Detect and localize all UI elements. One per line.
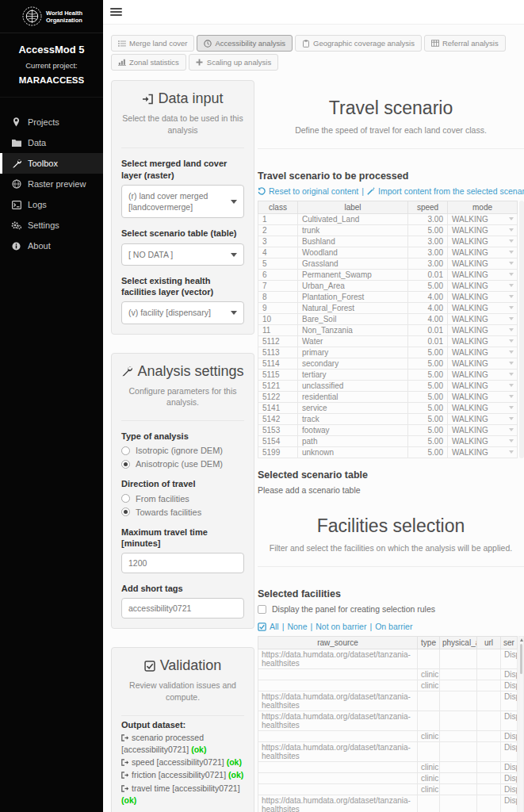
facility-row[interactable]: https://data.humdata.org/dataset/tanzani…: [258, 691, 518, 711]
speed-cell[interactable]: 5.00: [408, 225, 448, 236]
mode-select-cell[interactable]: WALKING: [448, 403, 518, 414]
label-cell[interactable]: path: [298, 436, 408, 447]
speed-cell[interactable]: 3.00: [408, 247, 448, 259]
class-cell[interactable]: 3: [258, 236, 298, 247]
isotropic-radio[interactable]: [121, 446, 130, 455]
label-cell[interactable]: Bare_Soil: [298, 314, 408, 325]
facility-row[interactable]: https://data.humdata.org/dataset/tanzani…: [258, 742, 518, 762]
merged-land-cover-select[interactable]: (r) land cover merged [landcovermerge]: [121, 185, 244, 218]
class-cell[interactable]: 5154: [258, 436, 298, 447]
speed-cell[interactable]: 5.00: [408, 358, 448, 370]
sidebar-item-logs[interactable]: Logs: [0, 194, 103, 215]
mode-select-cell[interactable]: WALKING: [448, 225, 518, 236]
vertical-scrollbar[interactable]: [519, 201, 524, 458]
speed-cell[interactable]: 5.00: [408, 381, 448, 392]
tab-geographic-coverage-analysis[interactable]: Geographic coverage analysis: [295, 35, 422, 52]
class-cell[interactable]: 5: [258, 259, 298, 270]
speed-cell[interactable]: 3.00: [408, 236, 448, 247]
label-cell[interactable]: residential: [298, 392, 408, 403]
speed-cell[interactable]: 0.01: [408, 325, 448, 336]
speed-cell[interactable]: 4.00: [408, 303, 448, 314]
label-cell[interactable]: secondary: [298, 358, 408, 370]
class-cell[interactable]: 5122: [258, 392, 298, 403]
label-cell[interactable]: service: [298, 403, 408, 414]
label-cell[interactable]: footway: [298, 425, 408, 436]
speed-cell[interactable]: 3.00: [408, 259, 448, 270]
speed-cell[interactable]: 5.00: [408, 425, 448, 436]
facility-row[interactable]: https://data.humdata.org/dataset/tanzani…: [258, 711, 518, 731]
class-cell[interactable]: 5141: [258, 403, 298, 414]
tab-zonal-statistics[interactable]: Zonal statistics: [111, 54, 186, 71]
sidebar-item-toolbox[interactable]: Toolbox: [0, 153, 103, 174]
mode-select-cell[interactable]: WALKING: [448, 414, 518, 425]
label-cell[interactable]: Bushland: [298, 236, 408, 247]
class-cell[interactable]: 5113: [258, 347, 298, 358]
mode-select-cell[interactable]: WALKING: [448, 247, 518, 259]
select-none-link[interactable]: None: [287, 622, 307, 631]
sidebar-item-about[interactable]: About: [0, 236, 103, 256]
speed-cell[interactable]: 5.00: [408, 436, 448, 447]
label-cell[interactable]: Cultivated_Land: [298, 214, 408, 225]
class-cell[interactable]: 10: [258, 314, 298, 325]
class-cell[interactable]: 5121: [258, 381, 298, 392]
speed-cell[interactable]: 5.00: [408, 392, 448, 403]
from-facilities-radio[interactable]: [121, 494, 130, 503]
speed-cell[interactable]: 5.00: [408, 447, 448, 458]
sidebar-item-projects[interactable]: Projects: [0, 112, 103, 132]
mode-select-cell[interactable]: WALKING: [448, 347, 518, 358]
sidebar-item-settings[interactable]: Settings: [0, 215, 103, 236]
facility-row[interactable]: clinic Dispe: [258, 669, 518, 680]
mode-select-cell[interactable]: WALKING: [448, 381, 518, 392]
label-cell[interactable]: Woodland: [298, 247, 408, 259]
mode-select-cell[interactable]: WALKING: [448, 259, 518, 270]
hamburger-icon[interactable]: [110, 8, 122, 16]
mode-select-cell[interactable]: WALKING: [448, 392, 518, 403]
class-cell[interactable]: 2: [258, 225, 298, 236]
scenario-table-select[interactable]: [ NO DATA ]: [121, 243, 244, 266]
scroll-up-arrow-icon[interactable]: [520, 638, 523, 642]
mode-select-cell[interactable]: WALKING: [448, 270, 518, 281]
label-cell[interactable]: Non_Tanzania: [298, 325, 408, 336]
label-cell[interactable]: trunk: [298, 225, 408, 236]
mode-select-cell[interactable]: WALKING: [448, 214, 518, 225]
mode-select-cell[interactable]: WALKING: [448, 370, 518, 381]
class-cell[interactable]: 7: [258, 281, 298, 292]
class-cell[interactable]: 9: [258, 303, 298, 314]
label-cell[interactable]: primary: [298, 347, 408, 358]
speed-cell[interactable]: 0.01: [408, 270, 448, 281]
label-cell[interactable]: Natural_Forest: [298, 303, 408, 314]
speed-cell[interactable]: 4.00: [408, 314, 448, 325]
mode-select-cell[interactable]: WALKING: [448, 425, 518, 436]
towards-facilities-radio[interactable]: [121, 508, 130, 516]
select-all-link[interactable]: All: [270, 622, 279, 631]
speed-cell[interactable]: 4.00: [408, 292, 448, 303]
speed-cell[interactable]: 5.00: [408, 414, 448, 425]
facility-row[interactable]: clinic Dispe: [258, 784, 518, 795]
tab-scaling-up-analysis[interactable]: Scaling up analysis: [189, 54, 278, 71]
reset-content-link[interactable]: Reset to original content: [269, 186, 358, 196]
speed-cell[interactable]: 0.01: [408, 336, 448, 347]
label-cell[interactable]: Water: [298, 336, 408, 347]
sidebar-item-data[interactable]: Data: [0, 132, 103, 153]
class-cell[interactable]: 11: [258, 325, 298, 336]
mode-select-cell[interactable]: WALKING: [448, 292, 518, 303]
label-cell[interactable]: Plantation_Forest: [298, 292, 408, 303]
label-cell[interactable]: Permanent_Swamp: [298, 270, 408, 281]
label-cell[interactable]: Grassland: [298, 259, 408, 270]
speed-cell[interactable]: 5.00: [408, 281, 448, 292]
mode-select-cell[interactable]: WALKING: [448, 447, 518, 458]
class-cell[interactable]: 5153: [258, 425, 298, 436]
label-cell[interactable]: Urban_Area: [298, 281, 408, 292]
class-cell[interactable]: 6: [258, 270, 298, 281]
vertical-scrollbar[interactable]: [518, 636, 524, 812]
scrollbar-thumb[interactable]: [520, 644, 522, 674]
sidebar-item-raster-preview[interactable]: Raster preview: [0, 174, 103, 194]
facility-row[interactable]: https://data.humdata.org/dataset/tanzani…: [258, 649, 518, 669]
speed-cell[interactable]: 5.00: [408, 347, 448, 358]
facility-row[interactable]: clinic Dispe: [258, 731, 518, 742]
display-rules-checkbox[interactable]: [258, 605, 266, 614]
class-cell[interactable]: 5112: [258, 336, 298, 347]
class-cell[interactable]: 4: [258, 247, 298, 259]
facility-row[interactable]: https://data.humdata.org/dataset/tanzani…: [258, 795, 518, 812]
import-content-link[interactable]: Import content from the selected scenari…: [378, 186, 524, 196]
